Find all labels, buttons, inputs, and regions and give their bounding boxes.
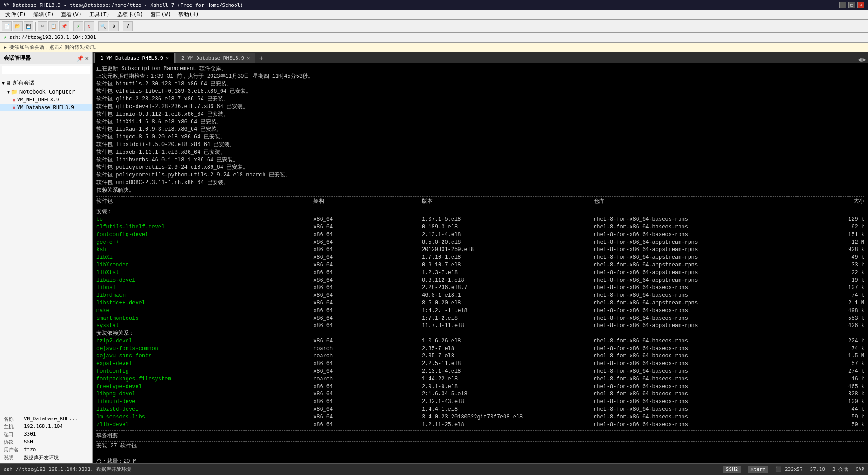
status-right: SSH2 xterm ⬛ 232x57 57,18 2 会话 CAP (723, 466, 864, 473)
tabbar: 1 VM_Database_RHEL8.9 ✕ 2 VM_Database_RH… (93, 52, 868, 63)
prop-desc-value: 数据库开发环境 (24, 454, 89, 461)
prop-protocol-label: 协议 (4, 439, 24, 446)
toolbar-btn-paste[interactable]: 📌 (59, 21, 69, 31)
prop-host-value: 192.168.1.104 (24, 423, 89, 430)
toolbar-btn-help[interactable]: ? (123, 21, 133, 31)
tab-2[interactable]: 2 VM_Database_RHEL8.9 ✕ (175, 53, 255, 63)
pkg-libzstd-devel: libzstd-develx86_641.4.4-1.el8rhel-8-for… (96, 406, 864, 413)
maximize-button[interactable]: □ (848, 2, 855, 8)
menu-item-v[interactable]: 查看(V) (57, 10, 85, 19)
toolbar-btn-settings[interactable]: ⚙ (109, 21, 119, 31)
minimize-button[interactable]: — (839, 2, 846, 8)
prop-port-label: 端口 (4, 431, 24, 438)
terminal[interactable]: 正在更新 Subscription Management 软件仓库。 上次元数据… (93, 63, 868, 463)
prop-host-label: 主机 (4, 423, 24, 430)
pkg-librdmacm: librdmacmx86_6446.0-1.el8.1rhel-8-for-x8… (96, 292, 864, 299)
term-line-pkg-unixodbc: 软件包 unixODBC-2.3.11-1.rh.x86_64 已安装。 (96, 179, 864, 187)
toolbar-btn-search[interactable]: 🔍 (98, 21, 108, 31)
col-repo: 仓库 (594, 198, 765, 205)
tab-2-label: 2 VM_Database_RHEL8.9 (181, 55, 244, 61)
toolbar-btn-disconnect[interactable]: ⊘ (84, 21, 94, 31)
tab-scroll-right-icon[interactable]: ▶ (863, 56, 866, 63)
summary-divider2 (96, 441, 864, 442)
prop-name-label: 名称 (4, 416, 24, 423)
statusbar: ssh://ttzo@192.168.1.104:3301, 数据库开发环境 S… (0, 463, 868, 475)
sessions-count: 2 会话 (832, 466, 848, 473)
term-line-1: 正在更新 Subscription Management 软件仓库。 (96, 65, 864, 73)
cap-badge: CAP (855, 466, 864, 472)
prop-port: 端口 3301 (4, 431, 89, 438)
prop-name-value: VM_Database_RHE... (24, 416, 89, 423)
prop-desc: 说明 数据库开发环境 (4, 454, 89, 461)
sidebar-pin-icon[interactable]: 📌 (77, 55, 84, 62)
term-line-pkg-glibc: 软件包 glibc-2.28-236.el8.7.x86_64 已安装。 (96, 95, 864, 103)
tab-scroll-left-icon[interactable]: ◀ (858, 56, 861, 63)
tree-folder-notebook[interactable]: ▼ 📁 Notebook Computer (0, 88, 92, 96)
vm-db-label: VM_Database_RHEL8.9 (17, 104, 74, 110)
toolbar-btn-connect[interactable]: ⚡ (73, 21, 83, 31)
vm-net-icon: ◉ (13, 97, 15, 102)
menu-item-e[interactable]: 编辑(E) (30, 10, 58, 19)
status-dimensions: ⬛ 232x57 (775, 466, 802, 472)
toolbar-sep-4 (121, 22, 121, 31)
infobar: ▶ 要添加当前会话，点击左侧的箭头按钮。 (0, 43, 868, 52)
menu-item-h[interactable]: 帮助(H) (175, 10, 203, 19)
prop-name: 名称 VM_Database_RHE... (4, 415, 89, 423)
toolbar-sep-3 (96, 22, 96, 31)
vm-db-icon: ◉ (13, 105, 15, 110)
sidebar-item-vm-db[interactable]: ◉ VM_Database_RHEL8.9 (0, 104, 92, 111)
pkg-libnsl: libnslx86_642.28-236.el8.7rhel-8-for-x86… (96, 284, 864, 292)
term-line-pkg-glibc-devel: 软件包 glibc-devel-2.28-236.el8.7.x86_64 已安… (96, 103, 864, 111)
term-line-pkg-libx11: 软件包 libX11-1.6.8-6.el8.x86_64 已安装。 (96, 119, 864, 126)
prop-protocol-value: SSH (24, 439, 89, 446)
sidebar-header: 会话管理器 📌 ✕ (0, 52, 92, 64)
toolbar-btn-save[interactable]: 💾 (24, 21, 33, 31)
pkg-fontconfig: fontconfigx86_642.13.1-4.el8rhel-8-for-x… (96, 368, 864, 375)
pkg-lm-sensors: lm_sensors-libsx86_643.4.0-23.20180522gi… (96, 413, 864, 421)
sidebar-search-input[interactable] (2, 66, 90, 74)
tab-1[interactable]: 1 VM_Database_RHEL8.9 ✕ (94, 53, 175, 63)
toolbar-btn-new[interactable]: 📄 (2, 21, 12, 31)
tab-2-close[interactable]: ✕ (247, 56, 250, 61)
addressbar: ⚡ ssh://ttzo@192.168.1.104:3301 (0, 33, 868, 43)
menu-item-b[interactable]: 选项卡(B) (113, 10, 147, 19)
menu-item-w[interactable]: 窗口(W) (146, 10, 175, 19)
section-deps: 安装依赖关系： (96, 330, 864, 337)
folder-label: Notebook Computer (19, 89, 75, 95)
pkg-libaio-devel: libaio-develx86_640.3.112-1.el8rhel-8-fo… (96, 277, 864, 285)
pkg-make: makex86_641:4.2.1-11.el8rhel-8-for-x86_6… (96, 307, 864, 315)
col-arch: 架构 (313, 198, 422, 205)
pkg-fontconfig-devel: fontconfig-develx86_642.13.1-4.el8rhel-8… (96, 231, 864, 239)
summary-download: 总下载量：20 M (96, 458, 864, 463)
toolbar-btn-open[interactable]: 📂 (13, 21, 23, 31)
pkg-libstdcpp-devel: libstdc++-develx86_648.5.0-20.el8rhel-8-… (96, 299, 864, 307)
tree-root[interactable]: ▼ 🖥 所有会话 (0, 78, 92, 88)
toolbar-btn-copy[interactable]: 📋 (48, 21, 58, 31)
tab-add-button[interactable]: + (256, 53, 266, 63)
tab-1-close[interactable]: ✕ (166, 56, 169, 61)
tree-root-label: 所有会话 (13, 79, 34, 87)
term-line-pkg-polcore: 软件包 policycoreutils-2.9-24.el8.x86_64 已安… (96, 164, 864, 171)
sidebar-title: 会话管理器 (4, 54, 31, 62)
term-line-pkg-libaio: 软件包 libaio-0.3.112-1.el8.x86_64 已安装。 (96, 111, 864, 119)
tab-1-label: 1 VM_Database_RHEL8.9 (100, 55, 163, 61)
table-header-row: 软件包 架构 版本 仓库 大小 (96, 196, 864, 207)
close-button[interactable]: ✕ (857, 2, 864, 8)
term-line-2: 上次元数据过期检查：1:39:31 前，执行于 2023年11月30日 星期四 … (96, 73, 864, 81)
prop-desc-label: 说明 (4, 454, 24, 461)
col-pkg: 软件包 (96, 198, 313, 205)
prop-port-value: 3301 (24, 431, 89, 438)
content-area: 1 VM_Database_RHEL8.9 ✕ 2 VM_Database_RH… (93, 52, 868, 463)
pkg-expat-devel: expat-develx86_642.2.5-11.el8rhel-8-for-… (96, 360, 864, 368)
toolbar-btn-cut[interactable]: ✂ (38, 21, 47, 31)
prop-protocol: 协议 SSH (4, 438, 89, 446)
pkg-libpng-devel: libpng-develx86_642:1.6.34-5.el8rhel-8-f… (96, 390, 864, 398)
pkg-bc: bcx86_641.07.1-5.el8rhel-8-for-x86_64-ba… (96, 216, 864, 223)
summary-install: 安装 27 软件包 (96, 442, 864, 450)
pkg-libxtst: libXtstx86_641.2.3-7.el8rhel-8-for-x86_6… (96, 269, 864, 277)
sidebar-close-icon[interactable]: ✕ (85, 55, 89, 62)
folder-chevron-icon: ▼ (7, 90, 10, 95)
menu-item-f[interactable]: 文件(F) (2, 10, 30, 19)
sidebar-item-vm-net[interactable]: ◉ VM_NET_RHEL8.9 (0, 96, 92, 104)
menu-item-t[interactable]: 工具(T) (85, 10, 113, 19)
